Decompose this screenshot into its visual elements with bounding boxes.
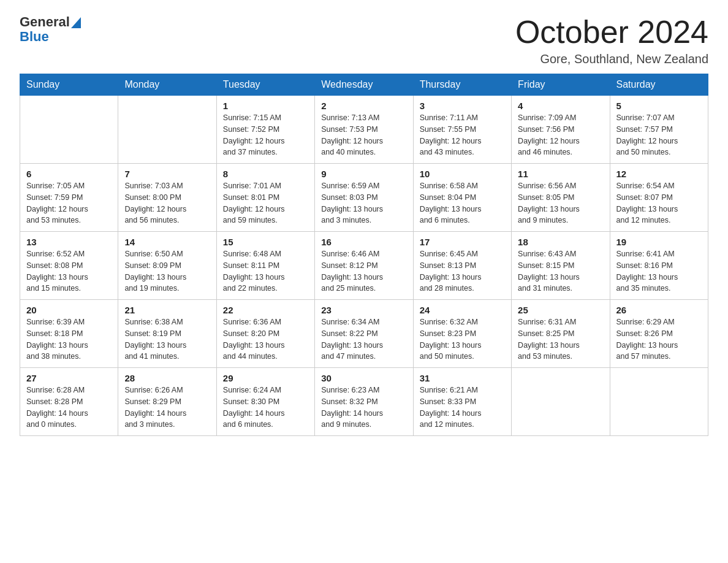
day-info: Sunrise: 7:05 AM Sunset: 7:59 PM Dayligh…: [26, 180, 112, 226]
day-number: 5: [616, 101, 702, 111]
day-number: 19: [616, 237, 702, 247]
calendar-cell-week4-day2: 29Sunrise: 6:24 AM Sunset: 8:30 PM Dayli…: [216, 368, 314, 436]
calendar-cell-week2-day2: 15Sunrise: 6:48 AM Sunset: 8:11 PM Dayli…: [216, 232, 314, 300]
calendar-cell-week3-day1: 21Sunrise: 6:38 AM Sunset: 8:19 PM Dayli…: [118, 300, 216, 368]
weekday-header-saturday: Saturday: [610, 74, 708, 96]
calendar-cell-week4-day0: 27Sunrise: 6:28 AM Sunset: 8:28 PM Dayli…: [20, 368, 118, 436]
day-number: 23: [321, 305, 406, 315]
day-info: Sunrise: 7:15 AM Sunset: 7:52 PM Dayligh…: [223, 112, 308, 158]
logo-general: General: [20, 15, 70, 29]
day-number: 22: [223, 305, 308, 315]
calendar-cell-week2-day6: 19Sunrise: 6:41 AM Sunset: 8:16 PM Dayli…: [610, 232, 708, 300]
calendar-cell-week1-day0: 6Sunrise: 7:05 AM Sunset: 7:59 PM Daylig…: [20, 164, 118, 232]
day-info: Sunrise: 7:11 AM Sunset: 7:55 PM Dayligh…: [420, 112, 505, 158]
day-info: Sunrise: 6:50 AM Sunset: 8:09 PM Dayligh…: [124, 248, 210, 294]
calendar-cell-week3-day3: 23Sunrise: 6:34 AM Sunset: 8:22 PM Dayli…: [315, 300, 413, 368]
calendar-cell-week0-day1: [118, 96, 216, 164]
calendar-cell-week3-day2: 22Sunrise: 6:36 AM Sunset: 8:20 PM Dayli…: [216, 300, 314, 368]
calendar-cell-week0-day5: 4Sunrise: 7:09 AM Sunset: 7:56 PM Daylig…: [512, 96, 610, 164]
day-number: 9: [321, 169, 406, 179]
day-info: Sunrise: 6:29 AM Sunset: 8:26 PM Dayligh…: [616, 316, 702, 362]
day-number: 18: [518, 237, 603, 247]
weekday-header-monday: Monday: [118, 74, 216, 96]
calendar-cell-week0-day6: 5Sunrise: 7:07 AM Sunset: 7:57 PM Daylig…: [610, 96, 708, 164]
day-number: 4: [518, 101, 603, 111]
calendar-week-row-4: 27Sunrise: 6:28 AM Sunset: 8:28 PM Dayli…: [20, 368, 708, 436]
day-info: Sunrise: 6:31 AM Sunset: 8:25 PM Dayligh…: [518, 316, 603, 362]
day-number: 16: [321, 237, 406, 247]
day-info: Sunrise: 7:03 AM Sunset: 8:00 PM Dayligh…: [124, 180, 210, 226]
calendar-cell-week0-day4: 3Sunrise: 7:11 AM Sunset: 7:55 PM Daylig…: [413, 96, 511, 164]
calendar-cell-week3-day6: 26Sunrise: 6:29 AM Sunset: 8:26 PM Dayli…: [610, 300, 708, 368]
logo-text: General Blue: [20, 15, 70, 44]
calendar-cell-week4-day6: [610, 368, 708, 436]
weekday-header-tuesday: Tuesday: [216, 74, 314, 96]
day-number: 10: [420, 169, 505, 179]
calendar-cell-week1-day1: 7Sunrise: 7:03 AM Sunset: 8:00 PM Daylig…: [118, 164, 216, 232]
day-info: Sunrise: 6:28 AM Sunset: 8:28 PM Dayligh…: [26, 385, 112, 431]
day-number: 14: [124, 237, 210, 247]
day-number: 20: [26, 305, 112, 315]
calendar-week-row-2: 13Sunrise: 6:52 AM Sunset: 8:08 PM Dayli…: [20, 232, 708, 300]
weekday-header-row: SundayMondayTuesdayWednesdayThursdayFrid…: [20, 74, 708, 96]
calendar-cell-week1-day2: 8Sunrise: 7:01 AM Sunset: 8:01 PM Daylig…: [216, 164, 314, 232]
day-number: 24: [420, 305, 505, 315]
calendar-cell-week2-day1: 14Sunrise: 6:50 AM Sunset: 8:09 PM Dayli…: [118, 232, 216, 300]
day-info: Sunrise: 6:21 AM Sunset: 8:33 PM Dayligh…: [420, 385, 505, 431]
calendar-body: 1Sunrise: 7:15 AM Sunset: 7:52 PM Daylig…: [20, 96, 708, 436]
day-number: 12: [616, 169, 702, 179]
day-number: 26: [616, 305, 702, 315]
day-number: 1: [223, 101, 308, 111]
day-number: 21: [124, 305, 210, 315]
calendar-cell-week3-day4: 24Sunrise: 6:32 AM Sunset: 8:23 PM Dayli…: [413, 300, 511, 368]
logo-triangle-icon: [71, 17, 81, 28]
day-info: Sunrise: 6:26 AM Sunset: 8:29 PM Dayligh…: [124, 385, 210, 431]
day-info: Sunrise: 6:56 AM Sunset: 8:05 PM Dayligh…: [518, 180, 603, 226]
calendar-cell-week0-day2: 1Sunrise: 7:15 AM Sunset: 7:52 PM Daylig…: [216, 96, 314, 164]
calendar-cell-week0-day3: 2Sunrise: 7:13 AM Sunset: 7:53 PM Daylig…: [315, 96, 413, 164]
calendar-table: SundayMondayTuesdayWednesdayThursdayFrid…: [20, 74, 708, 436]
calendar-cell-week4-day3: 30Sunrise: 6:23 AM Sunset: 8:32 PM Dayli…: [315, 368, 413, 436]
logo: General Blue: [20, 15, 81, 44]
day-info: Sunrise: 6:32 AM Sunset: 8:23 PM Dayligh…: [420, 316, 505, 362]
day-info: Sunrise: 6:58 AM Sunset: 8:04 PM Dayligh…: [420, 180, 505, 226]
day-number: 17: [420, 237, 505, 247]
logo-blue: Blue: [20, 29, 70, 44]
calendar-cell-week2-day5: 18Sunrise: 6:43 AM Sunset: 8:15 PM Dayli…: [512, 232, 610, 300]
calendar-cell-week2-day4: 17Sunrise: 6:45 AM Sunset: 8:13 PM Dayli…: [413, 232, 511, 300]
calendar-cell-week2-day3: 16Sunrise: 6:46 AM Sunset: 8:12 PM Dayli…: [315, 232, 413, 300]
day-info: Sunrise: 6:24 AM Sunset: 8:30 PM Dayligh…: [223, 385, 308, 431]
day-number: 31: [420, 373, 505, 383]
title-block: October 2024 Gore, Southland, New Zealan…: [515, 15, 708, 66]
day-number: 15: [223, 237, 308, 247]
day-info: Sunrise: 6:23 AM Sunset: 8:32 PM Dayligh…: [321, 385, 406, 431]
day-info: Sunrise: 6:54 AM Sunset: 8:07 PM Dayligh…: [616, 180, 702, 226]
calendar-cell-week0-day0: [20, 96, 118, 164]
calendar-cell-week1-day3: 9Sunrise: 6:59 AM Sunset: 8:03 PM Daylig…: [315, 164, 413, 232]
weekday-header-wednesday: Wednesday: [315, 74, 413, 96]
day-number: 28: [124, 373, 210, 383]
day-number: 7: [124, 169, 210, 179]
calendar-week-row-0: 1Sunrise: 7:15 AM Sunset: 7:52 PM Daylig…: [20, 96, 708, 164]
calendar-week-row-1: 6Sunrise: 7:05 AM Sunset: 7:59 PM Daylig…: [20, 164, 708, 232]
calendar-cell-week3-day5: 25Sunrise: 6:31 AM Sunset: 8:25 PM Dayli…: [512, 300, 610, 368]
day-number: 27: [26, 373, 112, 383]
day-number: 8: [223, 169, 308, 179]
calendar-week-row-3: 20Sunrise: 6:39 AM Sunset: 8:18 PM Dayli…: [20, 300, 708, 368]
day-info: Sunrise: 7:09 AM Sunset: 7:56 PM Dayligh…: [518, 112, 603, 158]
month-title: October 2024: [515, 15, 708, 50]
calendar-cell-week1-day5: 11Sunrise: 6:56 AM Sunset: 8:05 PM Dayli…: [512, 164, 610, 232]
day-info: Sunrise: 6:41 AM Sunset: 8:16 PM Dayligh…: [616, 248, 702, 294]
day-number: 29: [223, 373, 308, 383]
calendar-cell-week1-day6: 12Sunrise: 6:54 AM Sunset: 8:07 PM Dayli…: [610, 164, 708, 232]
day-number: 25: [518, 305, 603, 315]
location: Gore, Southland, New Zealand: [515, 52, 708, 66]
calendar-header: SundayMondayTuesdayWednesdayThursdayFrid…: [20, 74, 708, 96]
day-info: Sunrise: 6:38 AM Sunset: 8:19 PM Dayligh…: [124, 316, 210, 362]
day-info: Sunrise: 7:07 AM Sunset: 7:57 PM Dayligh…: [616, 112, 702, 158]
day-number: 13: [26, 237, 112, 247]
day-number: 2: [321, 101, 406, 111]
day-info: Sunrise: 6:46 AM Sunset: 8:12 PM Dayligh…: [321, 248, 406, 294]
weekday-header-thursday: Thursday: [413, 74, 511, 96]
day-number: 6: [26, 169, 112, 179]
